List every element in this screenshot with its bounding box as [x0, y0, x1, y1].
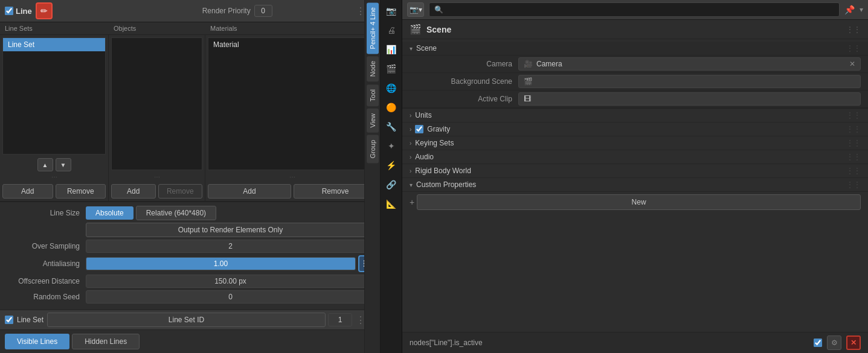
line-set-checkbox[interactable]	[5, 316, 13, 324]
vtab-tool[interactable]: Tool	[367, 84, 379, 106]
scene-header: 🎬 Scene ⋮⋮	[402, 20, 868, 39]
camera-label: Camera	[422, 60, 518, 68]
status-text: nodes["Line"].is_active	[410, 339, 809, 347]
lineset-remove-btn[interactable]: Remove	[56, 184, 106, 199]
sidebar-physics-icon[interactable]: ⚡	[383, 157, 400, 174]
sidebar-world-icon[interactable]: 🌐	[383, 80, 400, 97]
units-label: Units	[415, 111, 431, 119]
antialiasing-value[interactable]: 1.00	[86, 257, 356, 270]
materials-list[interactable]: Material	[208, 37, 377, 170]
visible-lines-btn[interactable]: Visible Lines	[5, 334, 69, 349]
audio-arrow-icon: ›	[410, 154, 411, 161]
materials-item[interactable]: Material	[208, 38, 376, 51]
objects-remove-btn[interactable]: Remove	[158, 184, 203, 199]
keying-sets-section-row[interactable]: › Keying Sets ⋮⋮	[402, 136, 868, 150]
vtab-group[interactable]: Group	[367, 135, 379, 164]
lineset-arrow-buttons: ▲ ▼	[0, 157, 108, 173]
vtab-node[interactable]: Node	[367, 56, 379, 81]
units-section-row[interactable]: › Units ⋮⋮	[402, 109, 868, 122]
sidebar-output-icon[interactable]: 🖨	[383, 22, 400, 39]
audio-drag: ⋮⋮	[846, 153, 861, 161]
line-set-id-btn[interactable]: Line Set ID	[47, 313, 326, 327]
lineset-add-btn[interactable]: Add	[2, 184, 53, 199]
vtab-view[interactable]: View	[367, 109, 379, 133]
absolute-btn[interactable]: Absolute	[86, 206, 133, 220]
pencil-icon-btn[interactable]: ✏	[36, 2, 53, 19]
camera-row: Camera 🎥 Camera ✕	[402, 56, 868, 73]
units-drag: ⋮⋮	[846, 111, 861, 119]
pin-icon[interactable]: 📌	[844, 5, 855, 14]
sidebar-object-icon[interactable]: 🟠	[383, 99, 400, 116]
vertical-tabs: Pencil+ 4 Line Node Tool View Group	[364, 0, 380, 353]
sidebar-data-icon[interactable]: 📐	[383, 196, 400, 212]
top-bar: Line ✏ Render Priority 0 ⋮⋮	[0, 0, 380, 22]
sidebar-particles-icon[interactable]: ✦	[383, 138, 400, 154]
top-bar-left: Line ✏	[5, 2, 118, 19]
gravity-checkbox[interactable]	[415, 125, 423, 133]
right-panel: 📷▾ 🔍 📌 ▾ 🎬 Scene ⋮⋮ ▾ Scene ⋮⋮ Camera 🎥	[402, 0, 868, 353]
close-btn[interactable]: ✕	[846, 336, 861, 350]
scene-section-row[interactable]: ▾ Scene ⋮⋮	[402, 42, 868, 56]
visibility-buttons-row: Visible Lines Hidden Lines	[0, 329, 380, 353]
line-title: Line	[16, 7, 32, 16]
objects-list[interactable]	[111, 37, 202, 170]
background-scene-value[interactable]: 🎬	[518, 75, 861, 88]
props-area[interactable]: ▾ Scene ⋮⋮ Camera 🎥 Camera ✕ Background …	[402, 39, 868, 332]
offscreen-distance-value[interactable]: 150.00 px	[86, 275, 375, 288]
camera-name: Camera	[536, 60, 562, 68]
new-btn-row: + New	[402, 192, 868, 212]
over-sampling-value[interactable]: 2	[86, 240, 375, 253]
sidebar-viewlayer-icon[interactable]: 📊	[383, 41, 400, 58]
materials-column: Material ⋯ Add Remove	[205, 35, 380, 201]
keying-sets-drag: ⋮⋮	[846, 139, 861, 147]
materials-add-btn[interactable]: Add	[208, 184, 291, 199]
status-checkbox[interactable]	[814, 339, 822, 347]
rigid-body-arrow-icon: ›	[410, 168, 411, 174]
keying-sets-label: Keying Sets	[415, 139, 454, 147]
render-priority-value[interactable]: 0	[254, 5, 272, 17]
objects-drag-dots: ⋯	[154, 174, 160, 180]
bottom-status: nodes["Line"].is_active ⚙ ✕	[402, 332, 868, 353]
lineset-down-btn[interactable]: ▼	[56, 158, 71, 171]
col-objects-header: Objects	[114, 25, 210, 32]
lineset-up-btn[interactable]: ▲	[37, 158, 53, 171]
line-set-id-value[interactable]: 1	[328, 313, 352, 326]
search-box: 🔍	[429, 2, 840, 17]
antialiasing-row: Antialiasing 1.00 🖼	[5, 255, 375, 272]
random-seed-value[interactable]: 0	[86, 290, 375, 304]
active-clip-value[interactable]: 🎞	[518, 92, 861, 106]
col-materials-header: Materials	[210, 25, 375, 32]
scene-title: Scene	[426, 25, 451, 34]
new-custom-prop-btn[interactable]: New	[417, 194, 861, 210]
gravity-section-row[interactable]: › Gravity ⋮⋮	[402, 122, 868, 136]
search-input[interactable]	[446, 5, 834, 14]
three-cols: Line Set ▲ ▼ ⋯ Add Remove ⋯ Add Remove	[0, 35, 380, 202]
gravity-arrow-icon: ›	[410, 126, 411, 133]
camera-value[interactable]: 🎥 Camera ✕	[518, 57, 861, 71]
rigid-body-section-row[interactable]: › Rigid Body World ⋮⋮	[402, 164, 868, 178]
objects-add-remove: Add Remove	[109, 182, 205, 201]
background-scene-label: Background Scene	[422, 77, 518, 86]
audio-section-row[interactable]: › Audio ⋮⋮	[402, 150, 868, 164]
right-top-icon-combo[interactable]: 📷▾	[407, 2, 424, 17]
scene-arrow-icon: ▾	[410, 45, 413, 52]
sidebar-constraints-icon[interactable]: 🔗	[383, 176, 400, 193]
sidebar-render-icon[interactable]: 📷	[383, 2, 400, 19]
random-seed-label: Random Seed	[5, 293, 83, 301]
custom-props-section-row[interactable]: ▾ Custom Properties ⋮⋮	[402, 178, 868, 192]
active-clip-row: Active Clip 🎞	[402, 91, 868, 108]
relative-btn[interactable]: Relative (640*480)	[136, 206, 216, 220]
lineset-item-selected[interactable]: Line Set	[3, 38, 105, 51]
line-checkbox[interactable]	[5, 7, 13, 15]
hidden-lines-btn[interactable]: Hidden Lines	[72, 334, 140, 349]
vtab-pencil4line[interactable]: Pencil+ 4 Line	[367, 2, 379, 54]
output-only-btn[interactable]: Output to Render Elements Only	[86, 223, 375, 237]
camera-clear-btn[interactable]: ✕	[849, 60, 855, 68]
gear-btn[interactable]: ⚙	[827, 336, 841, 350]
sidebar-modifier-icon[interactable]: 🔧	[383, 118, 400, 135]
chevron-down-icon[interactable]: ▾	[860, 5, 863, 14]
search-icon: 🔍	[434, 5, 443, 14]
objects-add-btn[interactable]: Add	[111, 184, 156, 199]
sidebar-scene-icon[interactable]: 🎬	[383, 60, 400, 77]
linesets-list[interactable]: Line Set	[2, 37, 106, 154]
